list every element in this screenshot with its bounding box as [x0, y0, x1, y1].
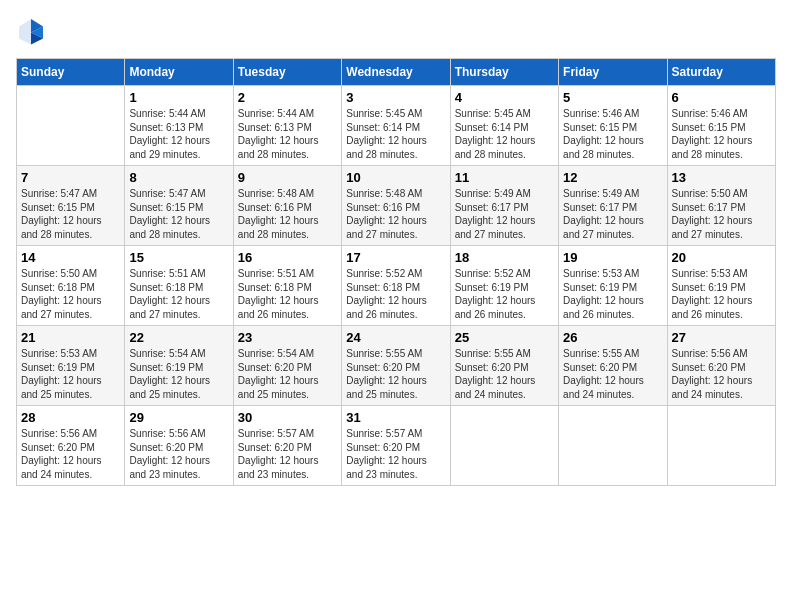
day-number: 18 [455, 250, 554, 265]
calendar-cell: 13Sunrise: 5:50 AMSunset: 6:17 PMDayligh… [667, 166, 775, 246]
day-info: Sunrise: 5:50 AMSunset: 6:17 PMDaylight:… [672, 187, 771, 241]
day-info: Sunrise: 5:44 AMSunset: 6:13 PMDaylight:… [129, 107, 228, 161]
calendar-cell: 14Sunrise: 5:50 AMSunset: 6:18 PMDayligh… [17, 246, 125, 326]
day-number: 24 [346, 330, 445, 345]
day-info: Sunrise: 5:48 AMSunset: 6:16 PMDaylight:… [346, 187, 445, 241]
calendar-cell: 19Sunrise: 5:53 AMSunset: 6:19 PMDayligh… [559, 246, 667, 326]
calendar-cell [667, 406, 775, 486]
calendar: SundayMondayTuesdayWednesdayThursdayFrid… [16, 58, 776, 486]
weekday-header-sunday: Sunday [17, 59, 125, 86]
day-number: 14 [21, 250, 120, 265]
day-number: 2 [238, 90, 337, 105]
day-info: Sunrise: 5:57 AMSunset: 6:20 PMDaylight:… [238, 427, 337, 481]
day-number: 28 [21, 410, 120, 425]
day-number: 11 [455, 170, 554, 185]
weekday-header-thursday: Thursday [450, 59, 558, 86]
day-number: 9 [238, 170, 337, 185]
calendar-cell: 8Sunrise: 5:47 AMSunset: 6:15 PMDaylight… [125, 166, 233, 246]
calendar-cell: 20Sunrise: 5:53 AMSunset: 6:19 PMDayligh… [667, 246, 775, 326]
day-number: 29 [129, 410, 228, 425]
day-number: 17 [346, 250, 445, 265]
day-number: 19 [563, 250, 662, 265]
calendar-cell: 28Sunrise: 5:56 AMSunset: 6:20 PMDayligh… [17, 406, 125, 486]
calendar-cell: 25Sunrise: 5:55 AMSunset: 6:20 PMDayligh… [450, 326, 558, 406]
day-number: 5 [563, 90, 662, 105]
day-info: Sunrise: 5:44 AMSunset: 6:13 PMDaylight:… [238, 107, 337, 161]
day-info: Sunrise: 5:45 AMSunset: 6:14 PMDaylight:… [455, 107, 554, 161]
weekday-header-row: SundayMondayTuesdayWednesdayThursdayFrid… [17, 59, 776, 86]
calendar-cell: 7Sunrise: 5:47 AMSunset: 6:15 PMDaylight… [17, 166, 125, 246]
day-info: Sunrise: 5:56 AMSunset: 6:20 PMDaylight:… [21, 427, 120, 481]
weekday-header-friday: Friday [559, 59, 667, 86]
calendar-cell [450, 406, 558, 486]
calendar-cell: 16Sunrise: 5:51 AMSunset: 6:18 PMDayligh… [233, 246, 341, 326]
calendar-cell: 2Sunrise: 5:44 AMSunset: 6:13 PMDaylight… [233, 86, 341, 166]
day-number: 27 [672, 330, 771, 345]
day-number: 30 [238, 410, 337, 425]
calendar-cell: 24Sunrise: 5:55 AMSunset: 6:20 PMDayligh… [342, 326, 450, 406]
day-number: 7 [21, 170, 120, 185]
weekday-header-wednesday: Wednesday [342, 59, 450, 86]
day-number: 6 [672, 90, 771, 105]
day-info: Sunrise: 5:55 AMSunset: 6:20 PMDaylight:… [563, 347, 662, 401]
calendar-cell: 5Sunrise: 5:46 AMSunset: 6:15 PMDaylight… [559, 86, 667, 166]
calendar-cell: 30Sunrise: 5:57 AMSunset: 6:20 PMDayligh… [233, 406, 341, 486]
week-row-4: 28Sunrise: 5:56 AMSunset: 6:20 PMDayligh… [17, 406, 776, 486]
day-number: 21 [21, 330, 120, 345]
calendar-cell: 22Sunrise: 5:54 AMSunset: 6:19 PMDayligh… [125, 326, 233, 406]
calendar-cell: 18Sunrise: 5:52 AMSunset: 6:19 PMDayligh… [450, 246, 558, 326]
day-info: Sunrise: 5:53 AMSunset: 6:19 PMDaylight:… [672, 267, 771, 321]
weekday-header-monday: Monday [125, 59, 233, 86]
calendar-cell: 3Sunrise: 5:45 AMSunset: 6:14 PMDaylight… [342, 86, 450, 166]
day-info: Sunrise: 5:56 AMSunset: 6:20 PMDaylight:… [672, 347, 771, 401]
calendar-cell: 23Sunrise: 5:54 AMSunset: 6:20 PMDayligh… [233, 326, 341, 406]
weekday-header-tuesday: Tuesday [233, 59, 341, 86]
day-info: Sunrise: 5:53 AMSunset: 6:19 PMDaylight:… [21, 347, 120, 401]
week-row-0: 1Sunrise: 5:44 AMSunset: 6:13 PMDaylight… [17, 86, 776, 166]
day-info: Sunrise: 5:49 AMSunset: 6:17 PMDaylight:… [563, 187, 662, 241]
day-number: 10 [346, 170, 445, 185]
calendar-cell: 17Sunrise: 5:52 AMSunset: 6:18 PMDayligh… [342, 246, 450, 326]
day-info: Sunrise: 5:54 AMSunset: 6:20 PMDaylight:… [238, 347, 337, 401]
day-info: Sunrise: 5:51 AMSunset: 6:18 PMDaylight:… [238, 267, 337, 321]
day-info: Sunrise: 5:55 AMSunset: 6:20 PMDaylight:… [455, 347, 554, 401]
day-number: 26 [563, 330, 662, 345]
day-number: 15 [129, 250, 228, 265]
calendar-cell [559, 406, 667, 486]
day-number: 4 [455, 90, 554, 105]
day-info: Sunrise: 5:51 AMSunset: 6:18 PMDaylight:… [129, 267, 228, 321]
calendar-cell: 15Sunrise: 5:51 AMSunset: 6:18 PMDayligh… [125, 246, 233, 326]
day-info: Sunrise: 5:46 AMSunset: 6:15 PMDaylight:… [672, 107, 771, 161]
calendar-cell: 1Sunrise: 5:44 AMSunset: 6:13 PMDaylight… [125, 86, 233, 166]
day-number: 20 [672, 250, 771, 265]
logo-icon [16, 16, 46, 46]
calendar-cell: 31Sunrise: 5:57 AMSunset: 6:20 PMDayligh… [342, 406, 450, 486]
calendar-cell: 12Sunrise: 5:49 AMSunset: 6:17 PMDayligh… [559, 166, 667, 246]
week-row-1: 7Sunrise: 5:47 AMSunset: 6:15 PMDaylight… [17, 166, 776, 246]
logo [16, 16, 50, 46]
day-number: 1 [129, 90, 228, 105]
calendar-cell: 27Sunrise: 5:56 AMSunset: 6:20 PMDayligh… [667, 326, 775, 406]
day-info: Sunrise: 5:56 AMSunset: 6:20 PMDaylight:… [129, 427, 228, 481]
calendar-cell: 26Sunrise: 5:55 AMSunset: 6:20 PMDayligh… [559, 326, 667, 406]
calendar-cell: 11Sunrise: 5:49 AMSunset: 6:17 PMDayligh… [450, 166, 558, 246]
calendar-cell: 29Sunrise: 5:56 AMSunset: 6:20 PMDayligh… [125, 406, 233, 486]
day-info: Sunrise: 5:48 AMSunset: 6:16 PMDaylight:… [238, 187, 337, 241]
day-number: 3 [346, 90, 445, 105]
day-info: Sunrise: 5:54 AMSunset: 6:19 PMDaylight:… [129, 347, 228, 401]
day-info: Sunrise: 5:47 AMSunset: 6:15 PMDaylight:… [129, 187, 228, 241]
day-number: 25 [455, 330, 554, 345]
day-info: Sunrise: 5:49 AMSunset: 6:17 PMDaylight:… [455, 187, 554, 241]
day-info: Sunrise: 5:52 AMSunset: 6:19 PMDaylight:… [455, 267, 554, 321]
page-header [16, 16, 776, 46]
calendar-cell: 4Sunrise: 5:45 AMSunset: 6:14 PMDaylight… [450, 86, 558, 166]
day-info: Sunrise: 5:55 AMSunset: 6:20 PMDaylight:… [346, 347, 445, 401]
day-number: 12 [563, 170, 662, 185]
calendar-cell [17, 86, 125, 166]
calendar-cell: 9Sunrise: 5:48 AMSunset: 6:16 PMDaylight… [233, 166, 341, 246]
day-info: Sunrise: 5:47 AMSunset: 6:15 PMDaylight:… [21, 187, 120, 241]
day-info: Sunrise: 5:53 AMSunset: 6:19 PMDaylight:… [563, 267, 662, 321]
day-number: 23 [238, 330, 337, 345]
day-info: Sunrise: 5:46 AMSunset: 6:15 PMDaylight:… [563, 107, 662, 161]
day-info: Sunrise: 5:50 AMSunset: 6:18 PMDaylight:… [21, 267, 120, 321]
